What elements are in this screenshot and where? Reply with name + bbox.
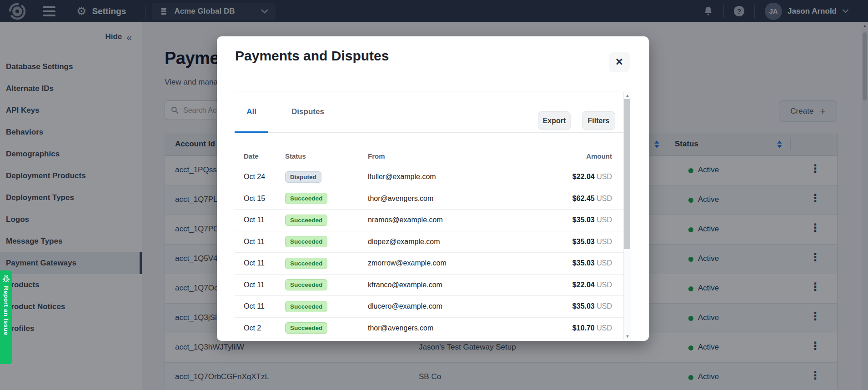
amount-value: $35.03 [572,302,595,310]
amount-value: $35.03 [572,238,595,245]
status-badge: Succeeded [285,193,327,204]
from-cell: nramos@example.com [368,216,572,224]
status-badge: Succeeded [285,258,327,269]
amount-cell: $22.04 USD [572,281,612,289]
from-cell: thor@avengers.com [368,195,572,203]
close-icon[interactable]: × [609,52,630,72]
payment-row: Oct 15 Succeeded thor@avengers.com $62.4… [235,188,631,210]
status-column-header: Status [285,152,368,160]
payment-row: Oct 11 Succeeded dlopez@example.com $35.… [235,231,631,253]
modal-title: Payments and Disputes [235,48,389,64]
date-cell: Oct 11 [244,259,285,267]
tab-all-label: All [246,107,256,116]
tab-disputes-label: Disputes [291,107,324,116]
scroll-up-icon[interactable]: ▲ [624,93,631,98]
amount-cell: $62.45 USD [572,195,612,203]
status-badge: Succeeded [285,322,327,334]
amount-value: $10.70 [572,324,595,332]
from-column-header: From [368,152,586,160]
date-cell: Oct 2 [244,324,285,332]
payment-row: Oct 24 Disputed lfuller@example.com $22.… [235,166,631,188]
status-badge: Succeeded [285,236,327,247]
date-cell: Oct 11 [244,238,285,246]
date-cell: Oct 11 [244,281,285,289]
payment-row: Oct 2 Succeeded thor@avengers.com $10.70… [235,318,631,340]
amount-value: $35.03 [572,216,595,224]
amount-value: $62.45 [572,195,595,202]
amount-cell: $35.03 USD [572,259,612,267]
from-cell: thor@avengers.com [368,324,572,332]
date-cell: Oct 15 [244,195,285,203]
currency-label: USD [597,302,612,310]
amount-value: $22.04 [572,281,595,289]
filters-button[interactable]: Filters [582,111,615,130]
from-cell: kfranco@example.com [368,281,572,289]
report-issue-tab[interactable]: Report an Issue [0,270,12,364]
status-badge: Succeeded [285,279,327,290]
currency-label: USD [597,259,612,267]
currency-label: USD [597,238,612,245]
amount-column-header: Amount [586,152,612,160]
amount-cell: $35.03 USD [572,302,612,310]
modal-table-header: Date Status From Amount [235,133,631,166]
app-window: ⚙ Settings Acme Global DB ? JA Jaso [0,0,868,390]
amount-value: $22.04 [572,173,595,180]
amount-cell: $22.04 USD [572,173,612,181]
currency-label: USD [597,281,612,289]
status-badge: Succeeded [285,301,327,312]
from-cell: dlucero@example.com [368,302,572,310]
status-badge: Succeeded [285,215,327,226]
payment-row: Oct 11 Succeeded nramos@example.com $35.… [235,210,631,231]
payment-row: Oct 11 Succeeded zmorrow@example.com $35… [235,253,631,275]
modal-scrollbar[interactable]: ▲ ▼ [623,92,631,340]
currency-label: USD [597,173,612,180]
from-cell: zmorrow@example.com [368,259,572,267]
currency-label: USD [597,216,612,224]
report-issue-label: Report an Issue [3,286,10,335]
payment-row: Oct 11 Succeeded kfranco@example.com $22… [235,275,631,296]
scroll-down-icon[interactable]: ▼ [624,334,631,339]
payments-disputes-modal: Payments and Disputes × All Disputes Exp… [217,36,649,341]
amount-cell: $35.03 USD [572,216,612,224]
amount-cell: $35.03 USD [572,238,612,246]
from-cell: dlopez@example.com [368,238,572,246]
modal-tabs-row: All Disputes Export Filters [235,91,631,133]
amount-value: $35.03 [572,259,595,267]
amount-cell: $10.70 USD [572,324,612,332]
currency-label: USD [597,324,612,332]
tab-disputes[interactable]: Disputes [289,91,326,132]
from-cell: lfuller@example.com [368,173,572,181]
bug-icon [2,274,10,283]
payment-row: Oct 11 Succeeded dlucero@example.com $35… [235,296,631,318]
date-cell: Oct 11 [244,302,285,310]
status-badge: Disputed [285,171,321,183]
modal-table-body: Oct 24 Disputed lfuller@example.com $22.… [235,166,631,339]
date-cell: Oct 24 [244,173,285,181]
date-cell: Oct 11 [244,216,285,224]
tab-all[interactable]: All [235,91,268,132]
currency-label: USD [597,195,612,202]
date-column-header: Date [244,152,285,160]
modal-scrollbar-thumb[interactable] [624,99,630,249]
export-button[interactable]: Export [538,111,571,130]
modal-body: All Disputes Export Filters Date Status … [235,91,631,340]
